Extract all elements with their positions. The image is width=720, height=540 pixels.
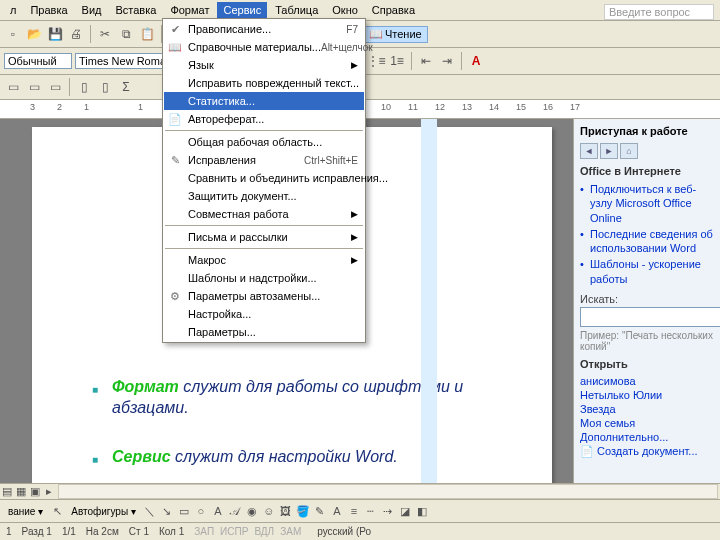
open-icon[interactable]: 📂	[25, 25, 43, 43]
line-icon[interactable]: ＼	[143, 504, 157, 518]
ask-question-box[interactable]: Введите вопрос	[604, 4, 714, 20]
scrollbar-track[interactable]	[58, 484, 718, 499]
submenu-arrow-icon: ▶	[351, 60, 358, 70]
copy-icon[interactable]: ⧉	[117, 25, 135, 43]
menu-item[interactable]: ⚙Параметры автозамены...	[164, 287, 364, 305]
picture-icon[interactable]: 🖼	[279, 504, 293, 518]
bullets-icon[interactable]: ⋮≡	[367, 52, 385, 70]
menu-item[interactable]: Язык▶	[164, 56, 364, 74]
arrow-style-icon[interactable]: ⇢	[381, 504, 395, 518]
style-select[interactable]	[4, 53, 72, 69]
diagram-icon[interactable]: ◉	[245, 504, 259, 518]
textbox-icon[interactable]: A	[211, 504, 225, 518]
clipart-icon[interactable]: ☺	[262, 504, 276, 518]
menu-item[interactable]: Статистика...	[164, 92, 364, 110]
arrow-icon[interactable]: ↘	[160, 504, 174, 518]
rect-icon[interactable]: ▭	[177, 504, 191, 518]
tool-icon[interactable]: ▭	[25, 78, 43, 96]
line-style-icon[interactable]: ≡	[347, 504, 361, 518]
menu-label: Общая рабочая область...	[188, 136, 322, 148]
status-page: 1	[6, 526, 12, 537]
menu-item[interactable]: Исправить поврежденный текст...	[164, 74, 364, 92]
autoshapes-menu[interactable]: Автофигуры ▾	[67, 506, 140, 517]
menu-item-таблица[interactable]: Таблица	[269, 2, 324, 18]
menu-item-сервис[interactable]: Сервис	[217, 2, 267, 18]
forward-icon[interactable]: ►	[600, 143, 618, 159]
menu-item[interactable]: Сравнить и объединить исправления...	[164, 169, 364, 187]
recent-doc-link[interactable]: Нетылько Юлии	[580, 388, 716, 402]
back-icon[interactable]: ◄	[580, 143, 598, 159]
line-color-icon[interactable]: ✎	[313, 504, 327, 518]
menu-item[interactable]: Письма и рассылки▶	[164, 228, 364, 246]
menu-item[interactable]: Параметры...	[164, 323, 364, 341]
draw-menu[interactable]: вание ▾	[4, 506, 47, 517]
menu-item[interactable]: Общая рабочая область...	[164, 133, 364, 151]
menu-icon: ✔	[167, 23, 183, 36]
recent-doc-link[interactable]: Дополнительно...	[580, 430, 716, 444]
menu-label: Письма и рассылки	[188, 231, 288, 243]
ruler-tick: 10	[381, 102, 391, 112]
taskpane-link[interactable]: Подключиться к веб-узлу Microsoft Office…	[580, 181, 716, 226]
tool-icon[interactable]: Σ	[117, 78, 135, 96]
menu-item[interactable]: Защитить документ...	[164, 187, 364, 205]
status-flag: ЗАМ	[280, 526, 301, 537]
menu-item-окно[interactable]: Окно	[326, 2, 364, 18]
new-icon[interactable]: ▫	[4, 25, 22, 43]
vertical-scrollbar[interactable]	[421, 119, 437, 499]
menu-item[interactable]: 📄Автореферат...	[164, 110, 364, 128]
recent-doc-link[interactable]: анисимова	[580, 374, 716, 388]
taskpane-link[interactable]: Последние сведения об использовании Word	[580, 226, 716, 257]
menu-item-вставка[interactable]: Вставка	[110, 2, 163, 18]
menu-item-вид[interactable]: Вид	[76, 2, 108, 18]
wordart-icon[interactable]: 𝒜	[228, 504, 242, 518]
save-icon[interactable]: 💾	[46, 25, 64, 43]
horizontal-scrollbar[interactable]: ▤ ▦ ▣ ▸	[0, 483, 720, 499]
tools-menu-dropdown: ✔Правописание...F7📖Справочные материалы.…	[162, 18, 366, 343]
menu-item[interactable]: 📖Справочные материалы...Alt+щелчок	[164, 38, 364, 56]
view-web-icon[interactable]: ▦	[14, 485, 28, 499]
3d-icon[interactable]: ◧	[415, 504, 429, 518]
menu-label: Совместная работа	[188, 208, 289, 220]
recent-doc-link[interactable]: Моя семья	[580, 416, 716, 430]
paste-icon[interactable]: 📋	[138, 25, 156, 43]
home-icon[interactable]: ⌂	[620, 143, 638, 159]
taskpane-link[interactable]: Шаблоны - ускорение работы	[580, 256, 716, 287]
menu-item[interactable]: Настройка...	[164, 305, 364, 323]
menu-item-формат[interactable]: Формат	[164, 2, 215, 18]
tool-icon[interactable]: ▭	[46, 78, 64, 96]
menu-item[interactable]: Шаблоны и надстройки...	[164, 269, 364, 287]
menu-item[interactable]: ✎ИсправленияCtrl+Shift+E	[164, 151, 364, 169]
shadow-icon[interactable]: ◪	[398, 504, 412, 518]
search-input[interactable]	[580, 307, 720, 327]
menu-item[interactable]: ✔Правописание...F7	[164, 20, 364, 38]
print-icon[interactable]: 🖨	[67, 25, 85, 43]
menu-label: Шаблоны и надстройки...	[188, 272, 317, 284]
menu-label: Параметры...	[188, 326, 256, 338]
ruler-tick: 16	[543, 102, 553, 112]
recent-doc-link[interactable]: Звезда	[580, 402, 716, 416]
reading-layout-button[interactable]: 📖 Чтение	[363, 26, 428, 43]
view-normal-icon[interactable]: ▤	[0, 485, 14, 499]
view-print-icon[interactable]: ▣	[28, 485, 42, 499]
menu-item-л[interactable]: л	[4, 2, 22, 18]
select-icon[interactable]: ↖	[50, 504, 64, 518]
menu-shortcut: Ctrl+Shift+E	[304, 155, 358, 166]
oval-icon[interactable]: ○	[194, 504, 208, 518]
create-document-link[interactable]: 📄 Создать документ...	[580, 444, 716, 459]
menu-item-правка[interactable]: Правка	[24, 2, 73, 18]
menu-item[interactable]: Макрос▶	[164, 251, 364, 269]
font-color-icon[interactable]: А	[467, 52, 485, 70]
dash-icon[interactable]: ┄	[364, 504, 378, 518]
tool-icon[interactable]: ▯	[96, 78, 114, 96]
tool-icon[interactable]: ▭	[4, 78, 22, 96]
cut-icon[interactable]: ✂	[96, 25, 114, 43]
tool-icon[interactable]: ▯	[75, 78, 93, 96]
menu-item-справка[interactable]: Справка	[366, 2, 421, 18]
indent-dec-icon[interactable]: ⇤	[417, 52, 435, 70]
fill-icon[interactable]: 🪣	[296, 504, 310, 518]
indent-inc-icon[interactable]: ⇥	[438, 52, 456, 70]
font-color-icon[interactable]: A	[330, 504, 344, 518]
view-outline-icon[interactable]: ▸	[42, 485, 56, 499]
menu-item[interactable]: Совместная работа▶	[164, 205, 364, 223]
numbering-icon[interactable]: 1≡	[388, 52, 406, 70]
